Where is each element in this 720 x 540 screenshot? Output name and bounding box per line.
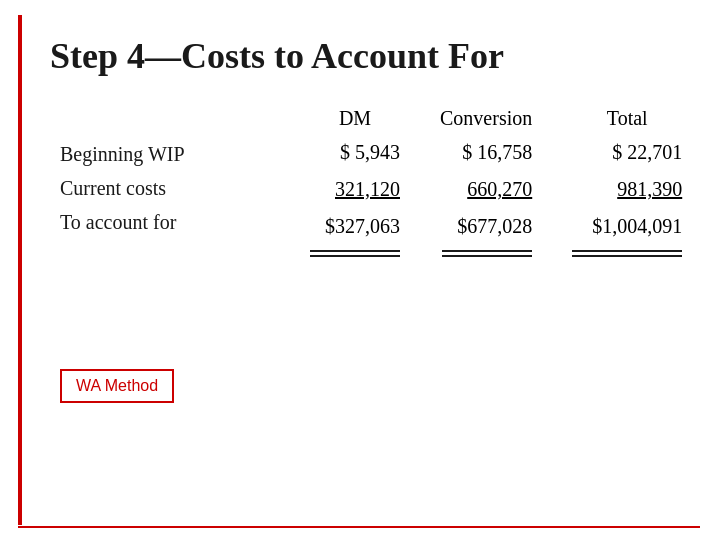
- total-rule-1: [572, 250, 682, 252]
- row1-total: $ 22,701: [552, 134, 702, 171]
- label-beginning-wip: Beginning WIP: [60, 137, 260, 171]
- row-labels: Beginning WIP Current costs To account f…: [60, 107, 260, 239]
- row3-dm: $327,063: [290, 208, 420, 245]
- double-rule-dm: [290, 245, 420, 259]
- dm-rule-2: [310, 255, 400, 257]
- conversion-double-rule: [440, 250, 532, 257]
- row2-dm: 321,120: [290, 171, 420, 208]
- page-title: Step 4—Costs to Account For: [50, 35, 690, 77]
- label-current-costs: Current costs: [60, 171, 260, 205]
- left-accent-border: [18, 15, 22, 525]
- row2-total: 981,390: [552, 171, 702, 208]
- bottom-border: [18, 526, 700, 528]
- col-header-dm: DM: [290, 107, 420, 134]
- conversion-rule-1: [442, 250, 532, 252]
- table-row: $327,063 $677,028 $1,004,091: [290, 208, 702, 245]
- total-rule-2: [572, 255, 682, 257]
- table-row: 321,120 660,270 981,390: [290, 171, 702, 208]
- total-double-rule: [572, 250, 682, 257]
- main-content: Step 4—Costs to Account For Beginning WI…: [50, 20, 690, 403]
- double-rule-total: [552, 245, 702, 259]
- row2-conversion: 660,270: [420, 171, 552, 208]
- double-rule-row: [290, 245, 702, 259]
- dm-double-rule: [310, 250, 400, 257]
- double-rule-conversion: [420, 245, 552, 259]
- label-to-account-for: To account for: [60, 205, 260, 239]
- conversion-rule-2: [442, 255, 532, 257]
- col-header-conversion: Conversion: [420, 107, 552, 134]
- row1-dm: $ 5,943: [290, 134, 420, 171]
- col-header-total: Total: [552, 107, 702, 134]
- dm-rule-1: [310, 250, 400, 252]
- wa-method-button[interactable]: WA Method: [60, 369, 174, 403]
- table-row: $ 5,943 $ 16,758 $ 22,701: [290, 134, 702, 171]
- row3-total: $1,004,091: [552, 208, 702, 245]
- cost-table: DM Conversion Total $ 5,943 $ 16,758 $ 2…: [290, 107, 702, 259]
- row3-conversion: $677,028: [420, 208, 552, 245]
- row1-conversion: $ 16,758: [420, 134, 552, 171]
- page-container: Step 4—Costs to Account For Beginning WI…: [0, 0, 720, 540]
